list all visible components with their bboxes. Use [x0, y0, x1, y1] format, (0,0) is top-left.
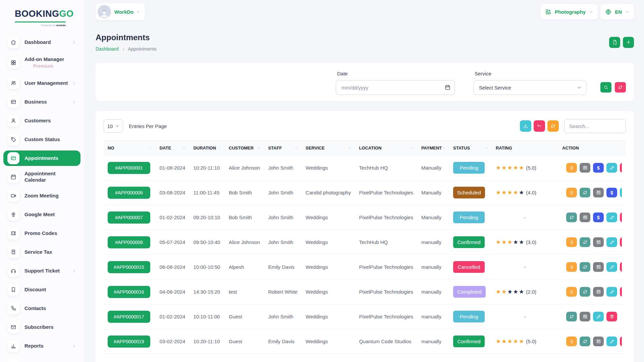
cell-status: Scheduled	[449, 180, 492, 205]
trash-action-button[interactable]	[620, 213, 622, 222]
export-button[interactable]	[609, 37, 620, 48]
appointment-id-badge: #APP0000016	[108, 286, 150, 298]
phone-icon	[7, 302, 19, 314]
trash-action-button[interactable]	[620, 262, 622, 272]
column-header-no[interactable]: NO↑↓	[104, 141, 156, 156]
sidebar-item-user-management[interactable]: User Management	[0, 74, 84, 93]
sync-action-button[interactable]	[566, 312, 577, 321]
sidebar-item-zoom-meeting[interactable]: Zoom Meeting	[0, 186, 84, 205]
cell-status: Cancelled	[449, 255, 492, 280]
sidebar-item-label: Contacts	[24, 305, 46, 312]
column-header-customer[interactable]: CUSTOMER↑↓	[225, 141, 264, 156]
sidebar-item-subscribers[interactable]: Subscribers	[0, 318, 84, 337]
doc-action-button[interactable]	[593, 287, 604, 297]
sidebar-item-business[interactable]: Business	[0, 93, 84, 111]
chevron-right-icon	[72, 100, 76, 104]
sidebar-item-reports[interactable]: Reports	[0, 337, 84, 355]
sync-action-button[interactable]	[566, 213, 577, 222]
column-header-staff[interactable]: STAFF↑↓	[264, 141, 302, 156]
pencil-action-button[interactable]	[593, 312, 604, 321]
column-header-service[interactable]: SERVICE↑↓	[302, 141, 355, 156]
category-dropdown[interactable]: Photography	[540, 4, 598, 19]
pencil-action-button[interactable]	[606, 213, 617, 222]
pencil-action-button[interactable]	[606, 287, 617, 297]
star-icon: ★	[501, 239, 506, 245]
trash-action-button[interactable]	[620, 287, 622, 297]
breadcrumb-link[interactable]: Dashboard	[96, 46, 119, 52]
sidebar-item-discount[interactable]: Discount	[0, 280, 84, 299]
add-appointment-button[interactable]	[623, 37, 634, 48]
refresh-button[interactable]	[547, 120, 559, 132]
sync-action-button[interactable]	[580, 237, 590, 247]
lightbulb-action-button[interactable]	[566, 188, 577, 197]
home-icon	[10, 39, 16, 45]
download-button[interactable]	[520, 120, 531, 132]
doc-action-button[interactable]	[580, 213, 590, 222]
doc-action-button[interactable]	[580, 312, 590, 321]
sidebar-item-google-meet[interactable]: Google Meet	[0, 205, 84, 224]
lightbulb-action-button[interactable]	[566, 337, 577, 346]
service-select[interactable]: Select Service	[473, 80, 586, 95]
lightbulb-action-button[interactable]	[566, 287, 577, 297]
cell-status: Completed	[449, 280, 492, 304]
column-header-duration[interactable]: DURATION↑↓	[189, 141, 225, 156]
sidebar-item-customers[interactable]: Customers	[0, 111, 84, 130]
workspace-switcher[interactable]: WorkDo	[96, 3, 145, 20]
sidebar-item-helpdesk[interactable]: Helpdesk	[0, 355, 84, 362]
rating-stars: ★★★★★(5.0)	[496, 165, 554, 171]
undo-button[interactable]	[534, 120, 545, 132]
date-filter-input[interactable]	[336, 80, 455, 95]
dollar-action-button[interactable]: $	[606, 188, 617, 197]
trash-action-button[interactable]	[606, 312, 617, 321]
sidebar-item-promo-codes[interactable]: Promo Codes	[0, 224, 84, 243]
table-search-input[interactable]	[564, 119, 626, 133]
pencil-action-button[interactable]	[606, 163, 617, 173]
doc-action-button[interactable]	[580, 163, 590, 173]
pencil-action-button[interactable]	[606, 237, 617, 247]
pencil-icon	[609, 264, 614, 269]
sidebar-item-contacts[interactable]: Contacts	[0, 299, 84, 318]
trash-action-button[interactable]	[620, 237, 622, 247]
lightbulb-action-button[interactable]	[566, 237, 577, 247]
trash-action-button[interactable]	[620, 337, 622, 346]
column-header-payment[interactable]: PAYMENT↑↓	[417, 141, 449, 156]
language-dropdown[interactable]: EN	[600, 4, 634, 19]
sync-action-button[interactable]	[580, 287, 590, 297]
doc-action-button[interactable]	[593, 262, 604, 272]
filter-reset-button[interactable]	[615, 82, 626, 93]
sidebar-item-service-tax[interactable]: Service Tax	[0, 243, 84, 261]
users-icon	[10, 80, 16, 86]
sidebar-item-add-on-manager[interactable]: Add-on ManagerPremium	[0, 52, 84, 74]
dollar-action-button[interactable]: $	[593, 163, 604, 173]
sidebar-item-support-ticket[interactable]: Support Ticket	[0, 261, 84, 280]
lightbulb-icon	[569, 165, 574, 170]
pencil-action-button[interactable]	[606, 337, 617, 346]
pencil-action-button[interactable]	[620, 188, 622, 197]
column-header-date[interactable]: DATE↑↓	[156, 141, 190, 156]
trash-action-button[interactable]	[620, 163, 622, 173]
lightbulb-action-button[interactable]	[566, 262, 577, 272]
sync-action-button[interactable]	[580, 188, 590, 197]
sidebar-item-dashboard[interactable]: Dashboard	[0, 33, 84, 52]
sidebar-item-custom-status[interactable]: Custom Status	[0, 130, 84, 149]
entries-per-page-label: Entries Per Page	[129, 123, 167, 129]
appointment-id-badge: #APP000007	[108, 212, 150, 224]
rating-value: (4.0)	[526, 190, 536, 195]
sidebar-item-appointments[interactable]: Appointments	[3, 150, 80, 166]
dollar-action-button[interactable]: $	[593, 213, 604, 222]
doc-action-button[interactable]	[593, 337, 604, 346]
column-header-status[interactable]: STATUS↑↓	[449, 141, 492, 156]
pencil-action-button[interactable]	[606, 262, 617, 272]
doc-icon	[596, 289, 601, 294]
sync-action-button[interactable]	[580, 337, 590, 346]
doc-action-button[interactable]	[593, 237, 604, 247]
column-header-location[interactable]: LOCATION↑↓	[355, 141, 417, 156]
cell-no: #APP000008	[104, 230, 156, 255]
sync-action-button[interactable]	[580, 262, 590, 272]
entries-per-page-select[interactable]: 10	[104, 119, 123, 133]
doc-action-button[interactable]	[593, 188, 604, 197]
lightbulb-action-button[interactable]	[566, 163, 577, 173]
sidebar-item-appointment-calendar[interactable]: Appointment Calendar	[0, 168, 84, 186]
filter-search-button[interactable]	[600, 82, 611, 93]
dollar-icon: $	[597, 215, 600, 220]
